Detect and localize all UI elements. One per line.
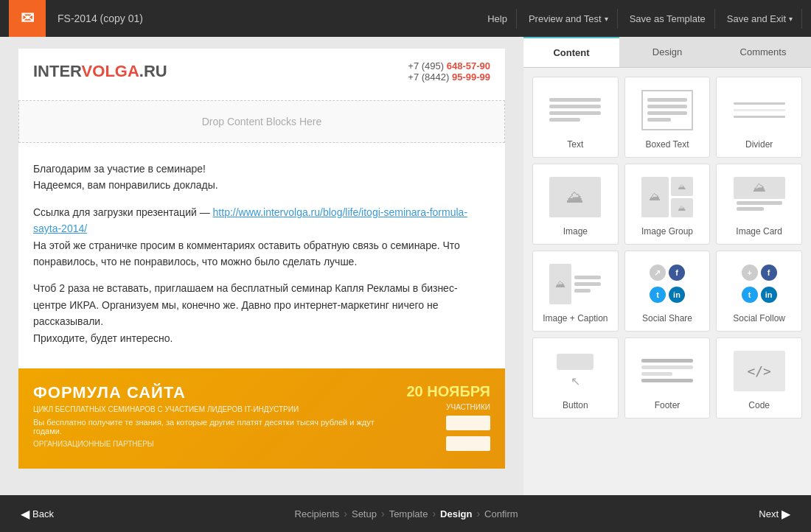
footer-icon	[641, 351, 693, 391]
block-image-card[interactable]: ⛰ Image Card	[716, 164, 802, 245]
block-social-follow-label: Social Follow	[733, 313, 785, 323]
chevron-down-icon: ▾	[605, 15, 608, 23]
preview-and-test-button[interactable]: Preview and Test ▾	[520, 9, 618, 29]
mailchimp-logo: ✉	[9, 0, 46, 37]
email-logo: INTERVOLGA.RU	[33, 62, 167, 81]
step-setup[interactable]: Setup	[352, 508, 377, 519]
image-caption-icon: ⛰	[549, 264, 601, 304]
main-area: INTERVOLGA.RU +7 (495) 648-57-90 +7 (844…	[0, 37, 811, 495]
email-container: INTERVOLGA.RU +7 (495) 648-57-90 +7 (844…	[18, 49, 505, 469]
step-recipients[interactable]: Recipients	[295, 508, 340, 519]
block-code-label: Code	[748, 400, 770, 410]
campaign-name: FS-2014 (copy 01)	[58, 13, 478, 24]
bottom-bar: ◀ Back Recipients › Setup › Template › D…	[0, 495, 811, 532]
social-follow-icon: + f t in	[734, 264, 785, 304]
cursor-icon: ↖	[571, 374, 580, 388]
block-boxed-text[interactable]: Boxed Text	[624, 77, 711, 158]
next-arrow-icon: ▶	[782, 507, 790, 521]
block-divider[interactable]: Divider	[716, 77, 802, 158]
block-code[interactable]: </> Code	[716, 337, 802, 419]
divider-icon	[734, 90, 785, 130]
right-panel: Content Design Comments Text	[523, 37, 811, 495]
block-social-share[interactable]: ↗ f t in Social Share	[624, 251, 711, 332]
block-image-group-label: Image Group	[641, 226, 693, 237]
block-button[interactable]: ↖ Button	[532, 337, 619, 419]
image-icon: ⛰	[549, 177, 601, 217]
boxed-text-icon	[641, 90, 693, 130]
block-divider-label: Divider	[745, 139, 773, 150]
back-button[interactable]: ◀ Back	[12, 501, 63, 527]
chevron-down-icon-2: ▾	[789, 15, 793, 23]
tab-comments[interactable]: Comments	[715, 37, 811, 67]
next-button[interactable]: Next ▶	[750, 501, 799, 527]
sponsor-logo-2	[446, 436, 490, 451]
blocks-grid: Text Boxed Text	[523, 68, 811, 427]
block-text-label: Text	[567, 139, 583, 150]
block-social-follow[interactable]: + f t in Social Follow	[716, 251, 802, 332]
top-nav-links: Help Preview and Test ▾ Save as Template…	[478, 9, 802, 29]
back-arrow-icon: ◀	[21, 507, 29, 521]
save-and-exit-button[interactable]: Save and Exit ▾	[718, 9, 802, 29]
save-template-link[interactable]: Save as Template	[621, 9, 715, 29]
email-preview-area: INTERVOLGA.RU +7 (495) 648-57-90 +7 (844…	[0, 37, 523, 495]
help-link[interactable]: Help	[478, 9, 517, 29]
block-image[interactable]: ⛰ Image	[532, 164, 619, 245]
image-card-icon: ⛰	[734, 177, 785, 217]
block-image-caption-label: Image + Caption	[543, 313, 608, 323]
block-social-share-label: Social Share	[642, 313, 692, 323]
email-phone: +7 (495) 648-57-90 +7 (8442) 95-99-99	[408, 60, 490, 83]
block-image-label: Image	[563, 226, 588, 237]
code-icon: </>	[734, 351, 785, 391]
block-text[interactable]: Text	[532, 77, 619, 158]
block-image-group[interactable]: ⛰ ⛰ ⛰ Image Group	[624, 164, 711, 245]
block-footer[interactable]: Footer	[624, 337, 711, 419]
block-button-label: Button	[563, 400, 588, 410]
drop-content-zone[interactable]: Drop Content Blocks Here	[18, 100, 505, 143]
email-banner: ФОРМУЛА САЙТА ЦИКЛ БЕСПЛАТНЫХ СЕМИНАРОВ …	[18, 368, 505, 469]
text-icon	[549, 90, 601, 130]
button-block-icon: ↖	[549, 351, 601, 391]
block-footer-label: Footer	[655, 400, 681, 410]
tab-design[interactable]: Design	[619, 37, 715, 67]
sponsor-logo-1	[446, 416, 490, 430]
step-confirm[interactable]: Confirm	[484, 508, 518, 519]
top-navigation: ✉ FS-2014 (copy 01) Help Preview and Tes…	[0, 0, 811, 37]
tab-content[interactable]: Content	[523, 37, 619, 67]
social-share-icon: ↗ f t in	[641, 264, 693, 304]
panel-tabs: Content Design Comments	[523, 37, 811, 68]
email-header: INTERVOLGA.RU +7 (495) 648-57-90 +7 (844…	[18, 49, 505, 94]
block-image-caption[interactable]: ⛰ Image + Caption	[532, 251, 619, 332]
email-body: Благодарим за участие в семинаре! Надеем…	[18, 149, 505, 368]
step-template[interactable]: Template	[389, 508, 428, 519]
image-group-icon: ⛰ ⛰ ⛰	[641, 177, 693, 217]
breadcrumb-steps: Recipients › Setup › Template › Design ›…	[63, 508, 750, 519]
block-image-card-label: Image Card	[736, 226, 782, 237]
step-design[interactable]: Design	[440, 508, 472, 519]
block-boxed-text-label: Boxed Text	[645, 139, 689, 150]
